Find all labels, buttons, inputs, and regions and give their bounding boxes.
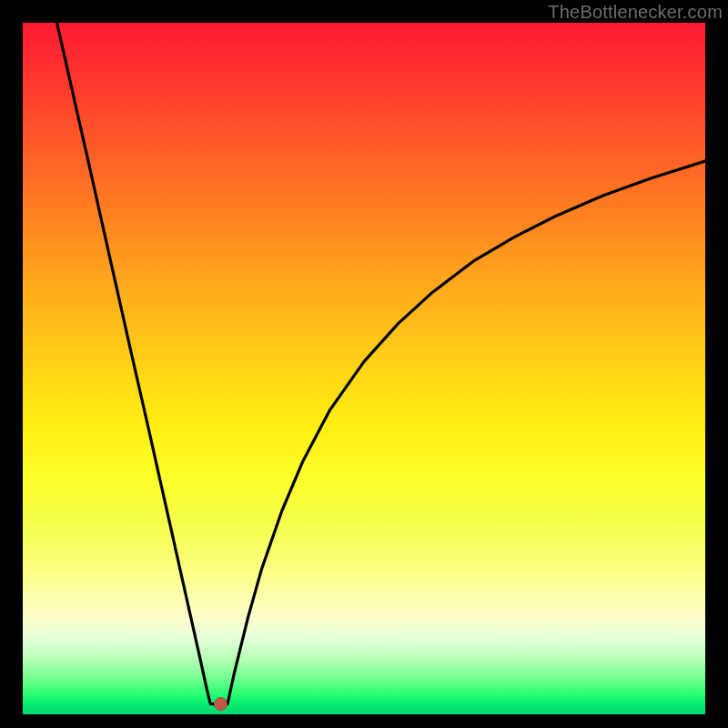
- bottleneck-curve: [57, 23, 706, 704]
- attribution-label: TheBottlenecker.com: [548, 2, 723, 23]
- chart-svg: [23, 23, 705, 714]
- chart-frame: [23, 23, 705, 714]
- minimum-marker: [215, 698, 228, 711]
